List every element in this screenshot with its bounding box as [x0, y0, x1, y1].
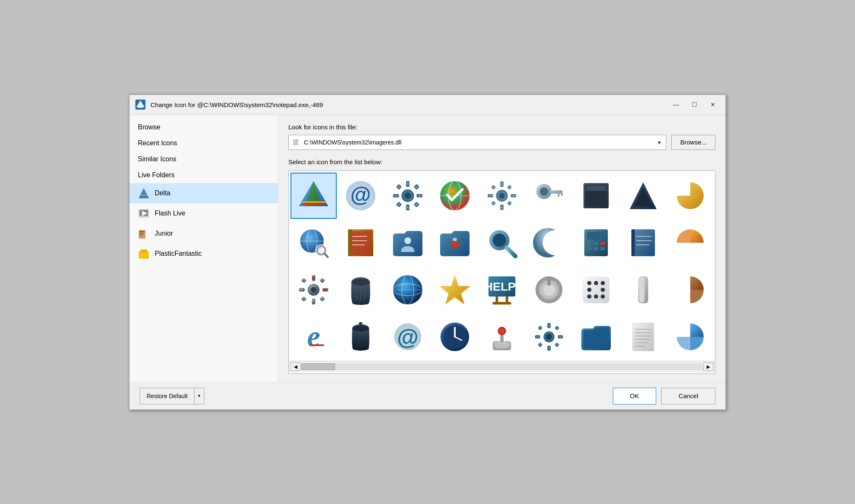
icon-cell-book-dark[interactable]: [338, 220, 384, 266]
flash-live-label: Flash Live: [155, 210, 185, 217]
svg-point-72: [493, 234, 506, 247]
similar-icons-label: Similar Icons: [138, 155, 177, 163]
svg-rect-91: [299, 288, 305, 291]
icon-cell-brown-partial[interactable]: [667, 267, 713, 313]
icon-cell-bar[interactable]: [620, 267, 666, 313]
delta-icon: [138, 187, 150, 199]
icon-cell-folder2[interactable]: [573, 314, 619, 360]
icon-brown-partial-svg: [673, 273, 707, 307]
svg-rect-117: [547, 277, 551, 286]
icon-cell-gear3d[interactable]: [290, 267, 337, 313]
icon-cell-globe-magnify[interactable]: [290, 220, 337, 266]
icon-cell-book2[interactable]: [620, 220, 666, 266]
file-path-dropdown[interactable]: ▾: [656, 139, 662, 146]
icon-cell-email-at[interactable]: @: [338, 173, 384, 219]
restore-default-button[interactable]: Restore Default ▾: [140, 388, 204, 404]
scroll-thumb[interactable]: [301, 363, 335, 370]
icon-cell-dice[interactable]: [573, 267, 619, 313]
icon-cell-yellow-partial[interactable]: [667, 173, 713, 219]
restore-dropdown-arrow[interactable]: ▾: [195, 388, 204, 404]
icon-cell-checklist-globe[interactable]: [432, 173, 478, 219]
recent-icons-label: Recent Icons: [138, 139, 177, 147]
sidebar-item-flash-live[interactable]: Flash Live: [129, 203, 278, 223]
icon-blue-partial-svg: [673, 320, 707, 354]
icon-cell-delta-arrow[interactable]: [290, 173, 337, 219]
scroll-left-button[interactable]: ◀: [290, 362, 301, 371]
file-path-input[interactable]: C:\WINDOWS\system32\imageres.dll ▾: [288, 135, 666, 150]
icon-cell-globe[interactable]: [385, 267, 431, 313]
ok-button[interactable]: OK: [613, 388, 657, 404]
svg-rect-79: [587, 247, 592, 250]
sidebar-item-similar-icons[interactable]: Similar Icons: [129, 151, 278, 167]
icon-cell-trash[interactable]: [338, 267, 384, 313]
icon-calculator-svg: [579, 226, 613, 260]
delta-label: Delta: [155, 189, 170, 197]
svg-rect-50: [561, 192, 563, 196]
horizontal-scrollbar[interactable]: ◀ ▶: [289, 361, 715, 373]
icon-cell-orange-partial[interactable]: [667, 220, 713, 266]
icon-cell-gear2[interactable]: [479, 173, 525, 219]
icon-cell-email-at2[interactable]: @: [385, 314, 431, 360]
icon-cell-power-ring[interactable]: [526, 267, 572, 313]
svg-line-73: [507, 248, 515, 256]
live-folders-label: Live Folders: [138, 171, 174, 179]
icon-globe-magnify-svg: [297, 226, 330, 260]
icon-trash-svg: [344, 273, 377, 307]
icon-cell-magnify[interactable]: [479, 220, 525, 266]
icon-cell-gear4[interactable]: [526, 314, 572, 360]
svg-rect-133: [359, 322, 362, 325]
svg-rect-153: [538, 342, 542, 347]
icon-box-dark-svg: [579, 179, 613, 213]
sidebar-item-browse[interactable]: Browse: [129, 119, 278, 135]
icon-cell-folder-red[interactable]: [432, 220, 478, 266]
icon-e-logo-svg: e: [297, 320, 330, 354]
icon-cell-paper[interactable]: [620, 314, 666, 360]
svg-rect-93: [301, 278, 307, 283]
sidebar-item-delta[interactable]: Delta: [129, 183, 278, 203]
icon-cell-star[interactable]: [432, 267, 478, 313]
icon-key-svg: [532, 179, 566, 213]
svg-text:@: @: [397, 325, 419, 349]
cancel-button[interactable]: Cancel: [661, 388, 715, 404]
svg-point-146: [546, 334, 552, 340]
svg-rect-53: [586, 186, 606, 191]
sidebar-item-recent-icons[interactable]: Recent Icons: [129, 135, 278, 151]
svg-rect-10: [140, 231, 145, 232]
icon-cell-folder-person[interactable]: [385, 220, 431, 266]
scroll-right-button[interactable]: ▶: [703, 362, 713, 371]
svg-text:@: @: [351, 183, 371, 207]
scroll-track[interactable]: [301, 363, 702, 370]
icon-star-svg: [438, 273, 472, 307]
icon-cell-gear[interactable]: [385, 173, 431, 219]
icon-cell-key[interactable]: [526, 173, 572, 219]
close-button[interactable]: ✕: [705, 98, 720, 111]
sidebar: Browse Recent Icons Similar Icons Live F…: [129, 115, 278, 382]
icon-cell-shape-dark[interactable]: [620, 173, 666, 219]
svg-rect-42: [491, 185, 496, 189]
icon-cell-trash2[interactable]: [338, 314, 384, 360]
icon-cell-clock[interactable]: [432, 314, 478, 360]
icon-cell-box-dark[interactable]: [573, 173, 619, 219]
svg-point-47: [540, 187, 548, 196]
icon-gear-svg: [391, 179, 425, 213]
svg-rect-150: [558, 335, 563, 339]
icon-cell-crescent[interactable]: [526, 220, 572, 266]
icon-cell-joystick[interactable]: [479, 314, 525, 360]
svg-rect-151: [538, 326, 542, 330]
svg-rect-29: [396, 184, 402, 189]
icon-gear4-svg: [532, 320, 566, 354]
restore-default-label: Restore Default: [140, 388, 195, 404]
icon-cell-help-sign[interactable]: HELP!: [479, 267, 525, 313]
svg-rect-118: [583, 276, 610, 303]
browse-button[interactable]: Browse...: [671, 135, 715, 150]
sidebar-item-junior[interactable]: Junior: [129, 223, 278, 244]
icon-email-at2-svg: @: [391, 320, 425, 354]
icon-cell-e-logo[interactable]: e: [290, 314, 337, 360]
minimize-button[interactable]: —: [668, 98, 683, 111]
icon-cell-blue-partial[interactable]: [667, 314, 713, 360]
icon-cell-calculator[interactable]: [573, 220, 619, 266]
maximize-button[interactable]: ☐: [687, 98, 702, 111]
sidebar-item-plastic-fantastic[interactable]: PlasticFantastic: [129, 244, 278, 264]
svg-point-132: [352, 326, 369, 331]
sidebar-item-live-folders[interactable]: Live Folders: [129, 167, 278, 183]
